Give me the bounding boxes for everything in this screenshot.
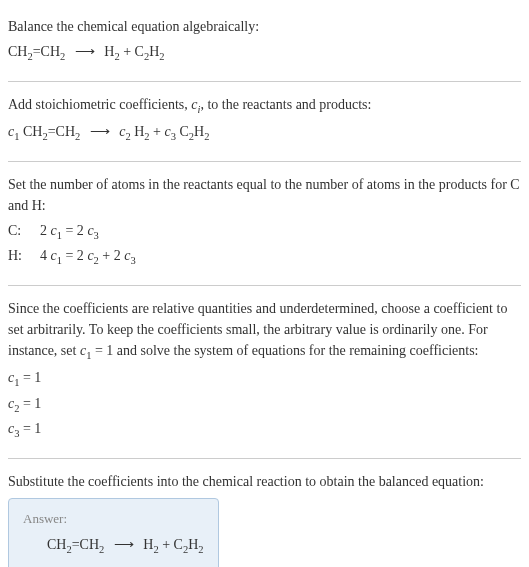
product-c2: C [135,44,144,59]
atom-c-label: C: [8,220,28,244]
arrow-icon: ⟶ [69,43,101,59]
intro-title: Balance the chemical equation algebraica… [8,16,521,37]
atom-h-eq: 4 c1 = 2 c2 + 2 c3 [40,245,136,269]
atom-c-eq: 2 c1 = 2 c3 [40,220,99,244]
sub: 2 [125,131,130,142]
plus: + [120,44,135,59]
coef-c3: c3 = 1 [8,418,521,442]
atom-table: C: 2 c1 = 2 c3 H: 4 c1 = 2 c2 + 2 c3 [8,220,521,269]
product-h2: H [104,44,114,59]
stoich-equation: c1 CH2=CH2 ⟶ c2 H2 + c3 C2H2 [8,121,521,145]
solve-section: Since the coefficients are relative quan… [8,290,521,454]
divider [8,285,521,286]
final-section: Substitute the coefficients into the che… [8,463,521,567]
coef-c1: c1 = 1 [8,367,521,391]
atom-row-c: C: 2 c1 = 2 c3 [8,220,521,244]
divider [8,161,521,162]
stoich-text: Add stoichiometric coefficients, ci, to … [8,94,521,118]
reactant-eq-ch2: =CH [33,44,60,59]
coef-c2: c2 = 1 [8,393,521,417]
arrow-icon: ⟶ [84,123,116,139]
atoms-text: Set the number of atoms in the reactants… [8,174,521,216]
solve-text: Since the coefficients are relative quan… [8,298,521,364]
divider [8,81,521,82]
balanced-equation: CH2=CH2 ⟶ H2 + C2H2 [23,534,204,558]
answer-box: Answer: CH2=CH2 ⟶ H2 + C2H2 [8,498,219,567]
atom-h-label: H: [8,245,28,269]
answer-label: Answer: [23,509,204,529]
final-text: Substitute the coefficients into the che… [8,471,521,492]
stoich-section: Add stoichiometric coefficients, ci, to … [8,86,521,157]
arrow-icon: ⟶ [108,536,140,552]
atom-row-h: H: 4 c1 = 2 c2 + 2 c3 [8,245,521,269]
coef-list: c1 = 1 c2 = 1 c3 = 1 [8,367,521,442]
unbalanced-equation: CH2=CH2 ⟶ H2 + C2H2 [8,41,521,65]
product-h2b: H [149,44,159,59]
sub: 2 [60,51,65,62]
sub: 2 [159,51,164,62]
intro-section: Balance the chemical equation algebraica… [8,8,521,77]
atoms-section: Set the number of atoms in the reactants… [8,166,521,281]
divider [8,458,521,459]
reactant-ch2: CH [8,44,27,59]
